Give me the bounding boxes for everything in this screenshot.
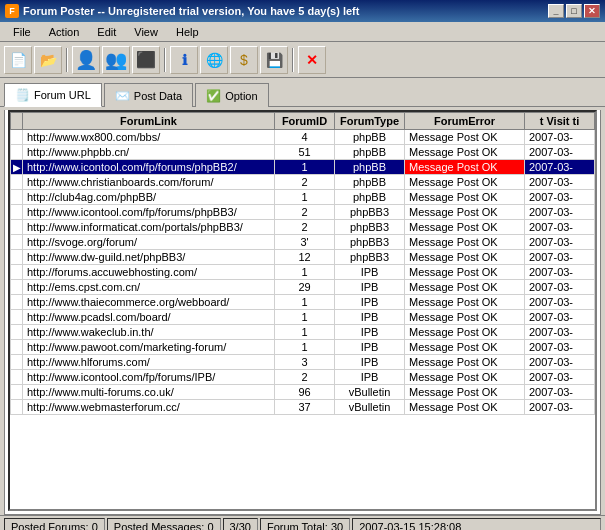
menu-file[interactable]: File (4, 24, 40, 40)
row-visit: 2007-03- (525, 190, 595, 205)
dollar-button[interactable]: $ (230, 46, 258, 74)
users-button[interactable]: 👥 (102, 46, 130, 74)
row-arrow (11, 190, 23, 205)
row-visit: 2007-03- (525, 385, 595, 400)
table-row[interactable]: http://www.christianboards.com/forum/2ph… (11, 175, 595, 190)
table-row[interactable]: http://www.informaticat.com/portals/phpB… (11, 220, 595, 235)
table-row[interactable]: http://www.icontool.com/fp/forums/phpBB3… (11, 205, 595, 220)
row-link: http://www.dw-guild.net/phpBB3/ (23, 250, 275, 265)
add-user-button[interactable]: 👤 (72, 46, 100, 74)
row-error: Message Post OK (405, 340, 525, 355)
save-button[interactable]: 💾 (260, 46, 288, 74)
table-row[interactable]: http://www.wakeclub.in.th/1IPBMessage Po… (11, 325, 595, 340)
timestamp-label: 2007-03-15 15:28:08 (359, 521, 461, 531)
row-arrow (11, 265, 23, 280)
row-type: IPB (335, 310, 405, 325)
table-row[interactable]: http://www.wx800.com/bbs/4phpBBMessage P… (11, 130, 595, 145)
progress-label: 3/30 (230, 521, 251, 531)
menu-view[interactable]: View (125, 24, 167, 40)
forum-table: ForumLink ForumID ForumType ForumError t… (10, 112, 595, 415)
col-forum-id: ForumID (275, 113, 335, 130)
table-wrapper[interactable]: ForumLink ForumID ForumType ForumError t… (8, 110, 597, 511)
globe-button[interactable]: 🌐 (200, 46, 228, 74)
row-error: Message Post OK (405, 220, 525, 235)
tab-option[interactable]: ✅ Option (195, 83, 268, 107)
app-icon: F (5, 4, 19, 18)
row-error: Message Post OK (405, 265, 525, 280)
row-visit: 2007-03- (525, 265, 595, 280)
row-id: 1 (275, 190, 335, 205)
tab-forum-url[interactable]: 🗒️ Forum URL (4, 83, 102, 107)
table-row[interactable]: http://www.phpbb.cn/51phpBBMessage Post … (11, 145, 595, 160)
table-row[interactable]: http://club4ag.com/phpBB/1phpBBMessage P… (11, 190, 595, 205)
col-forum-link: ForumLink (23, 113, 275, 130)
row-visit: 2007-03- (525, 340, 595, 355)
table-row[interactable]: http://www.pawoot.com/marketing-forum/1I… (11, 340, 595, 355)
minimize-button[interactable]: _ (548, 4, 564, 18)
row-arrow (11, 295, 23, 310)
open-button[interactable]: 📂 (34, 46, 62, 74)
col-forum-error: ForumError (405, 113, 525, 130)
table-row[interactable]: http://svoge.org/forum/3'phpBB3Message P… (11, 235, 595, 250)
row-link: http://forums.accuwebhosting.com/ (23, 265, 275, 280)
toolbar-separator-3 (292, 48, 294, 72)
row-arrow (11, 370, 23, 385)
row-link: http://www.christianboards.com/forum/ (23, 175, 275, 190)
row-arrow (11, 340, 23, 355)
tab-forum-url-label: Forum URL (34, 89, 91, 101)
menu-help[interactable]: Help (167, 24, 208, 40)
row-type: IPB (335, 325, 405, 340)
info-button[interactable]: ℹ (170, 46, 198, 74)
row-arrow (11, 355, 23, 370)
row-error: Message Post OK (405, 310, 525, 325)
forum-total-panel: Forum Total: 30 (260, 518, 350, 531)
row-arrow (11, 385, 23, 400)
col-visit-time: t Visit ti (525, 113, 595, 130)
row-error: Message Post OK (405, 235, 525, 250)
close-button[interactable]: ✕ (298, 46, 326, 74)
row-error: Message Post OK (405, 160, 525, 175)
row-arrow (11, 175, 23, 190)
tab-option-label: Option (225, 90, 257, 102)
maximize-button[interactable]: □ (566, 4, 582, 18)
row-type: phpBB (335, 160, 405, 175)
table-row[interactable]: http://www.hlforums.com/3IPBMessage Post… (11, 355, 595, 370)
table-row[interactable]: http://www.multi-forums.co.uk/96vBulleti… (11, 385, 595, 400)
table-row[interactable]: http://ems.cpst.com.cn/29IPBMessage Post… (11, 280, 595, 295)
row-id: 1 (275, 310, 335, 325)
table-row[interactable]: http://www.pcadsl.com/board/1IPBMessage … (11, 310, 595, 325)
table-row[interactable]: http://www.thaiecommerce.org/webboard/1I… (11, 295, 595, 310)
row-type: phpBB (335, 130, 405, 145)
row-arrow (11, 205, 23, 220)
menu-edit[interactable]: Edit (88, 24, 125, 40)
tab-post-data[interactable]: ✉️ Post Data (104, 83, 193, 107)
row-visit: 2007-03- (525, 355, 595, 370)
table-row[interactable]: http://forums.accuwebhosting.com/1IPBMes… (11, 265, 595, 280)
table-row[interactable]: ▶http://www.icontool.com/fp/forums/phpBB… (11, 160, 595, 175)
row-id: 2 (275, 370, 335, 385)
table-row[interactable]: http://www.dw-guild.net/phpBB3/12phpBB3M… (11, 250, 595, 265)
row-id: 1 (275, 340, 335, 355)
row-type: IPB (335, 280, 405, 295)
row-id: 37 (275, 400, 335, 415)
menu-action[interactable]: Action (40, 24, 89, 40)
row-visit: 2007-03- (525, 370, 595, 385)
posted-messages-panel: Posted Messages: 0 (107, 518, 221, 531)
table-row[interactable]: http://www.webmasterforum.cc/37vBulletin… (11, 400, 595, 415)
row-id: 3 (275, 355, 335, 370)
table-row[interactable]: http://www.icontool.com/fp/forums/IPB/2I… (11, 370, 595, 385)
row-link: http://www.informaticat.com/portals/phpB… (23, 220, 275, 235)
row-error: Message Post OK (405, 370, 525, 385)
row-id: 2 (275, 205, 335, 220)
row-link: http://svoge.org/forum/ (23, 235, 275, 250)
timestamp-panel: 2007-03-15 15:28:08 (352, 518, 601, 531)
new-file-button[interactable]: 📄 (4, 46, 32, 74)
row-error: Message Post OK (405, 325, 525, 340)
row-link: http://www.multi-forums.co.uk/ (23, 385, 275, 400)
row-visit: 2007-03- (525, 325, 595, 340)
window-close-button[interactable]: ✕ (584, 4, 600, 18)
stop-button[interactable]: ⬛ (132, 46, 160, 74)
row-visit: 2007-03- (525, 280, 595, 295)
post-data-tab-icon: ✉️ (115, 89, 130, 103)
row-id: 51 (275, 145, 335, 160)
